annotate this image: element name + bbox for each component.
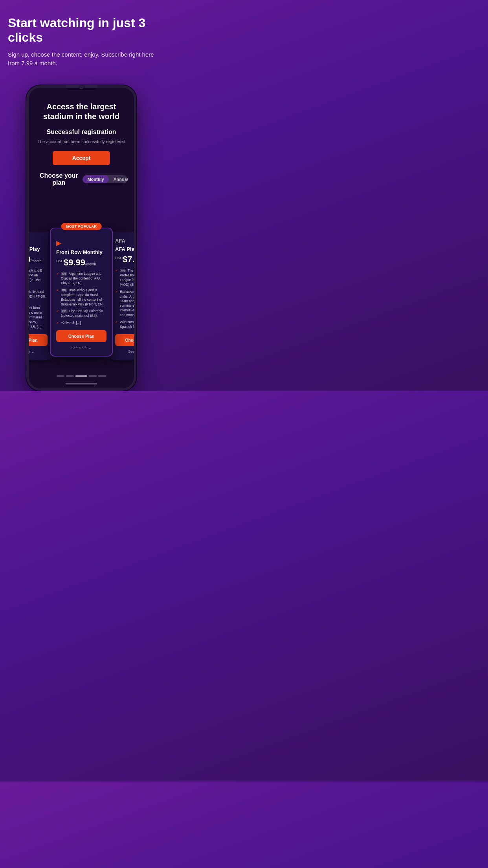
center-plan-price: USD$9.99/month [56, 257, 106, 268]
left-plan-name: Brasileirão Play [26, 246, 48, 252]
center-plan-features: AR Argentine League and Cup; all the con… [56, 272, 106, 326]
indicator-2 [66, 375, 74, 377]
screen-reg-title: Successful registration [47, 129, 116, 136]
left-plan-price: USD$7.99/month [26, 254, 48, 265]
indicator-4 [89, 375, 97, 377]
plan-toggle[interactable]: Monthly Annual [83, 175, 128, 183]
left-choose-plan-button[interactable]: Choose Plan [26, 334, 48, 346]
screen-main-title: Access the largest stadium in the world [35, 102, 128, 121]
right-see-more[interactable]: See More [115, 349, 136, 354]
center-see-more[interactable]: See More [56, 345, 106, 350]
center-plan-name: Front Row Monthly [56, 249, 106, 256]
frontrow-logo: ▶ [56, 239, 106, 247]
center-plan-period: /month [85, 262, 96, 266]
phone-indicators [29, 371, 134, 383]
left-plan-period: /month [31, 259, 42, 263]
center-feature-3: CO Liga BetPlay Colombia (selected match… [56, 309, 106, 318]
left-plan-amount: $7.99 [26, 254, 31, 264]
hero-title: Start watching in just 3 clicks [8, 16, 155, 45]
choose-plan-row: Choose your plan Monthly Annual [35, 172, 128, 186]
indicator-3 [75, 375, 87, 377]
right-choose-plan-button[interactable]: Choose Plan [115, 334, 136, 346]
indicator-5 [98, 375, 106, 377]
hero-section: Start watching in just 3 clicks Sign up,… [0, 0, 163, 76]
left-see-more[interactable]: See More [26, 349, 48, 354]
center-feature-2: BR Brasileirão A and B complete, Copa do… [56, 288, 106, 307]
left-feature-2: Copas Estaduais live and on demand (VOD)… [26, 290, 48, 304]
right-plan-amount: $7.99 [123, 254, 136, 264]
left-feature-1: BR Brasileirão A and B complete, live an… [26, 268, 48, 287]
plan-card-center: MOST POPULAR ▶ Front Row Monthly USD$9.9… [50, 228, 113, 357]
hero-subtitle: Sign up, choose the content, enjoy. Subs… [8, 50, 155, 68]
center-feature-4: +2 live ch [...] [56, 321, 106, 326]
annual-toggle[interactable]: Annual [109, 175, 128, 183]
indicator-1 [57, 375, 64, 377]
right-feature-3: With commentaries in Spanish from Argent… [115, 320, 136, 329]
phone-screen: Access the largest stadium in the world … [29, 90, 134, 224]
right-plan-price: USD$7.99/month [115, 254, 136, 265]
afa-logo: AFA [115, 238, 136, 244]
right-plan-name: AFA Play [115, 246, 136, 252]
left-plan-features: BR Brasileirão A and B complete, live an… [26, 268, 48, 329]
plan-card-left: BP Brasileirão Play USD$7.99/month BR Br… [26, 232, 53, 360]
accept-button[interactable]: Accept [53, 151, 110, 165]
right-feature-1: AR The entire Argentine Professional Foo… [115, 268, 136, 287]
right-feature-2: Exclusive content of the clubs, Argentin… [115, 290, 136, 318]
center-plan-currency: USD [56, 259, 64, 263]
plans-section: BP Brasileirão Play USD$7.99/month BR Br… [29, 220, 134, 371]
choose-plan-screen-title: Choose your plan [35, 172, 83, 186]
center-choose-plan-button[interactable]: Choose Plan [56, 330, 106, 342]
most-popular-badge: MOST POPULAR [61, 223, 102, 230]
center-plan-amount: $9.99 [64, 257, 85, 267]
brasileirao-logo: BP [26, 238, 48, 244]
center-feature-1: AR Argentine League and Cup; all the con… [56, 272, 106, 286]
phone-notch [66, 85, 97, 90]
screen-reg-subtitle: The account has been successfully regist… [37, 139, 125, 145]
right-plan-currency: USD [115, 256, 123, 260]
phone-frame: Access the largest stadium in the world … [26, 85, 136, 391]
phone-camera [79, 85, 83, 89]
phone-home-bar [66, 383, 97, 384]
plan-card-right: AFA AFA Play USD$7.99/month AR The entir… [110, 232, 136, 360]
phone-wrapper: Access the largest stadium in the world … [0, 85, 163, 391]
right-plan-features: AR The entire Argentine Professional Foo… [115, 268, 136, 329]
left-feature-3: Exclusive content from clubs, players an… [26, 306, 48, 329]
monthly-toggle[interactable]: Monthly [83, 175, 108, 183]
